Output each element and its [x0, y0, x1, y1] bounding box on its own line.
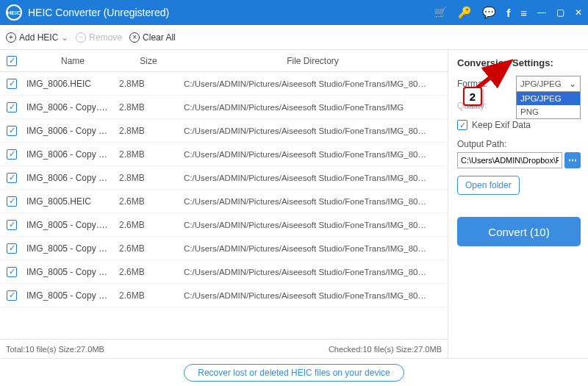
row-size: 2.8MB: [119, 126, 178, 136]
row-name: IMG_8006 - Copy …: [24, 126, 119, 136]
format-selected-value: JPG/JPEG: [520, 79, 562, 88]
remove-label: Remove: [89, 32, 122, 43]
row-dir: C:/Users/ADMIN/Pictures/Aiseesoft Studio…: [178, 268, 448, 276]
menu-icon[interactable]: ≡: [520, 7, 527, 19]
status-checked: Checked:10 file(s) Size:27.0MB: [329, 345, 442, 354]
row-checkbox[interactable]: ✓: [7, 243, 17, 254]
row-name: IMG_8005 - Copy …: [24, 267, 119, 277]
plus-icon: +: [6, 32, 16, 43]
format-select[interactable]: JPG/JPEG ⌄: [516, 76, 581, 92]
row-size: 2.8MB: [119, 173, 178, 183]
open-folder-button[interactable]: Open folder: [457, 176, 520, 195]
row-checkbox[interactable]: ✓: [7, 102, 17, 112]
row-checkbox[interactable]: ✓: [7, 220, 17, 230]
chevron-down-icon: ⌄: [569, 79, 576, 89]
row-checkbox[interactable]: ✓: [7, 79, 17, 89]
row-size: 2.8MB: [119, 79, 178, 89]
row-dir: C:/Users/ADMIN/Pictures/Aiseesoft Studio…: [178, 79, 448, 88]
select-all-checkbox[interactable]: ✓: [7, 56, 17, 66]
x-icon: ×: [129, 32, 140, 43]
add-heic-button[interactable]: + Add HEIC ⌄: [6, 32, 68, 43]
row-checkbox[interactable]: ✓: [7, 149, 17, 160]
row-size: 2.8MB: [119, 149, 178, 160]
close-button[interactable]: ✕: [575, 7, 582, 18]
table-row[interactable]: ✓IMG_8005 - Copy …2.6MBC:/Users/ADMIN/Pi…: [0, 284, 448, 307]
table-row[interactable]: ✓IMG_8005 - Copy …2.6MBC:/Users/ADMIN/Pi…: [0, 237, 448, 260]
remove-button: − Remove: [76, 32, 122, 43]
row-name: IMG_8006 - Copy….: [24, 102, 119, 112]
minus-icon: −: [76, 32, 86, 43]
col-dir-header[interactable]: File Directory: [178, 56, 448, 66]
maximize-button[interactable]: ▢: [556, 7, 564, 18]
app-title: HEIC Converter (Unregistered): [28, 7, 434, 18]
feedback-icon[interactable]: 💬: [482, 6, 496, 19]
row-size: 2.6MB: [119, 220, 178, 230]
clear-all-label: Clear All: [143, 32, 176, 43]
output-path-input[interactable]: [457, 152, 562, 168]
row-size: 2.6MB: [119, 267, 178, 277]
format-option-png[interactable]: PNG: [517, 105, 580, 118]
row-checkbox[interactable]: ✓: [7, 196, 17, 207]
quality-label: Quality:: [457, 101, 487, 111]
status-total: Total:10 file(s) Size:27.0MB: [6, 345, 104, 354]
table-row[interactable]: ✓IMG_8006 - Copy …2.8MBC:/Users/ADMIN/Pi…: [0, 119, 448, 143]
table-row[interactable]: ✓IMG_8006.HEIC2.8MBC:/Users/ADMIN/Pictur…: [0, 72, 448, 96]
row-dir: C:/Users/ADMIN/Pictures/Aiseesoft Studio…: [178, 244, 448, 253]
row-checkbox[interactable]: ✓: [7, 267, 17, 277]
browse-output-button[interactable]: ⋯: [564, 152, 581, 168]
row-name: IMG_8006 - Copy …: [24, 149, 119, 160]
add-heic-label: Add HEIC: [19, 32, 58, 43]
row-dir: C:/Users/ADMIN/Pictures/Aiseesoft Studio…: [178, 150, 448, 159]
keep-exif-label: Keep Exif Data: [472, 120, 531, 130]
recover-link[interactable]: Recover lost or deleted HEIC files on yo…: [184, 364, 404, 382]
row-size: 2.6MB: [119, 196, 178, 207]
table-row[interactable]: ✓IMG_8005.HEIC2.6MBC:/Users/ADMIN/Pictur…: [0, 190, 448, 213]
format-dropdown: JPG/JPEG PNG: [516, 91, 581, 119]
row-name: IMG_8006 - Copy …: [24, 173, 119, 183]
table-row[interactable]: ✓IMG_8005 - Copy….2.6MBC:/Users/ADMIN/Pi…: [0, 213, 448, 237]
key-icon[interactable]: 🔑: [458, 6, 472, 19]
table-row[interactable]: ✓IMG_8006 - Copy….2.8MBC:/Users/ADMIN/Pi…: [0, 96, 448, 119]
keep-exif-checkbox[interactable]: ✓: [457, 120, 467, 130]
minimize-button[interactable]: —: [537, 7, 546, 18]
output-path-label: Output Path:: [457, 139, 581, 149]
format-option-jpg[interactable]: JPG/JPEG: [517, 92, 580, 105]
row-checkbox[interactable]: ✓: [7, 290, 17, 301]
clear-all-button[interactable]: × Clear All: [129, 32, 176, 43]
row-checkbox[interactable]: ✓: [7, 126, 17, 136]
row-dir: C:/Users/ADMIN/Pictures/Aiseesoft Studio…: [178, 103, 448, 112]
app-logo: HEIC: [6, 4, 22, 21]
table-row[interactable]: ✓IMG_8006 - Copy …2.8MBC:/Users/ADMIN/Pi…: [0, 166, 448, 190]
row-dir: C:/Users/ADMIN/Pictures/Aiseesoft Studio…: [178, 126, 448, 135]
convert-button[interactable]: Convert (10): [457, 217, 581, 246]
row-dir: C:/Users/ADMIN/Pictures/Aiseesoft Studio…: [178, 174, 448, 182]
table-row[interactable]: ✓IMG_8005 - Copy …2.6MBC:/Users/ADMIN/Pi…: [0, 260, 448, 284]
chevron-down-icon[interactable]: ⌄: [61, 32, 68, 43]
facebook-icon[interactable]: f: [506, 7, 510, 19]
row-name: IMG_8005 - Copy….: [24, 220, 119, 230]
row-dir: C:/Users/ADMIN/Pictures/Aiseesoft Studio…: [178, 197, 448, 206]
row-size: 2.6MB: [119, 290, 178, 301]
col-size-header[interactable]: Size: [119, 56, 178, 66]
settings-title: Conversion Settings:: [457, 57, 581, 68]
cart-icon[interactable]: 🛒: [434, 6, 448, 19]
row-dir: C:/Users/ADMIN/Pictures/Aiseesoft Studio…: [178, 291, 448, 300]
row-size: 2.6MB: [119, 243, 178, 254]
row-name: IMG_8005.HEIC: [24, 196, 119, 207]
table-row[interactable]: ✓IMG_8006 - Copy …2.8MBC:/Users/ADMIN/Pi…: [0, 143, 448, 166]
row-checkbox[interactable]: ✓: [7, 173, 17, 183]
col-name-header[interactable]: Name: [24, 56, 119, 66]
row-size: 2.8MB: [119, 102, 178, 112]
row-dir: C:/Users/ADMIN/Pictures/Aiseesoft Studio…: [178, 221, 448, 229]
row-name: IMG_8005 - Copy …: [24, 290, 119, 301]
row-name: IMG_8006.HEIC: [24, 79, 119, 89]
format-label: Format:: [457, 79, 487, 89]
row-name: IMG_8005 - Copy …: [24, 243, 119, 254]
